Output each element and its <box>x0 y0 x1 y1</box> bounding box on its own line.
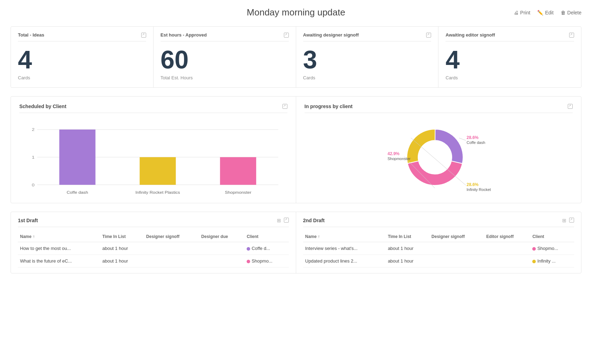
table-column-header: Name ↑ <box>18 231 100 242</box>
bar-chart-external-icon[interactable] <box>282 104 287 109</box>
table1-actions: ⊞ <box>277 218 289 223</box>
stats-row: Total - Ideas 4 Cards Est hours - Approv… <box>11 26 581 88</box>
row-name[interactable]: How to get the most ou... <box>18 242 100 255</box>
table-row: Updated product lines 2...about 1 hourIn… <box>303 255 574 267</box>
row-designer-signoff <box>429 255 484 267</box>
table-column-header: Name ↑ <box>303 231 386 242</box>
bar-chart-panel: Scheduled by Client 012Coffe dashInfinit… <box>11 97 296 203</box>
table2-grid-icon[interactable]: ⊞ <box>562 218 566 223</box>
print-button[interactable]: 🖨 Print <box>514 10 531 15</box>
edit-button[interactable]: ✏️ Edit <box>537 10 553 15</box>
stat-card-awaiting-editor: Awaiting editor signoff 4 Cards <box>438 27 581 87</box>
svg-text:Coffe dash: Coffe dash <box>467 140 485 145</box>
row-client: Shopmo... <box>530 242 574 255</box>
svg-text:42.9%: 42.9% <box>388 151 399 156</box>
stat-external-icon[interactable] <box>284 33 289 38</box>
stat-label: Total Est. Hours <box>161 75 289 80</box>
row-designer-signoff <box>144 242 199 255</box>
stat-title: Awaiting editor signoff <box>445 32 495 38</box>
table-column-header: Time In List <box>100 231 144 242</box>
svg-rect-6 <box>59 130 96 185</box>
row-designer-due-or-editor <box>199 242 245 255</box>
row-time: about 1 hour <box>386 242 429 255</box>
table2-panel: 2nd Draft ⊞ Name ↑Time In ListDesigner s… <box>296 212 581 273</box>
table1-grid-icon[interactable]: ⊞ <box>277 218 281 223</box>
row-name[interactable]: What is the future of eC... <box>18 255 100 267</box>
svg-line-15 <box>404 157 435 188</box>
row-designer-due-or-editor <box>199 255 245 267</box>
stat-card-awaiting-designer: Awaiting designer signoff 3 Cards <box>296 27 439 87</box>
page-title: Monday morning update <box>247 7 345 18</box>
table2-header: 2nd Draft ⊞ <box>303 218 574 227</box>
table-column-header: Designer signoff <box>429 231 484 242</box>
table1-title: 1st Draft <box>18 218 38 223</box>
row-time: about 1 hour <box>100 255 144 267</box>
row-designer-signoff <box>144 255 199 267</box>
stat-external-icon[interactable] <box>569 33 574 38</box>
header-actions: 🖨 Print ✏️ Edit 🗑 Delete <box>514 10 581 15</box>
donut-svg: 28.6% Coffe dash 42.9% Shopmonster 28.6%… <box>386 119 491 196</box>
svg-text:Infinity Rocket Plastics: Infinity Rocket Plastics <box>135 190 180 194</box>
stat-title: Awaiting designer signoff <box>303 32 359 38</box>
bar-chart-svg: 012Coffe dashInfinity Rocket PlasticsSho… <box>19 122 287 196</box>
row-client: Shopmo... <box>245 255 288 267</box>
svg-rect-10 <box>220 157 256 185</box>
table-row: Interview series - what's...about 1 hour… <box>303 242 574 255</box>
table1-data-table: Name ↑Time In ListDesigner signoffDesign… <box>18 231 289 267</box>
stat-label: Cards <box>445 75 574 80</box>
delete-button[interactable]: 🗑 Delete <box>561 10 581 15</box>
print-icon: 🖨 <box>514 10 519 15</box>
row-time: about 1 hour <box>100 242 144 255</box>
donut-chart-external-icon[interactable] <box>568 104 573 109</box>
stat-external-icon[interactable] <box>426 33 431 38</box>
table-column-header: Editor signoff <box>484 231 530 242</box>
svg-text:Infinity Rocket Plastics: Infinity Rocket Plastics <box>467 187 491 192</box>
svg-text:2: 2 <box>32 127 34 132</box>
bar-chart-container: 012Coffe dashInfinity Rocket PlasticsSho… <box>19 119 287 196</box>
bar-chart-title: Scheduled by Client <box>19 104 66 109</box>
stat-card-header: Est hours - Approved <box>161 32 289 41</box>
table1-panel: 1st Draft ⊞ Name ↑Time In ListDesigner s… <box>11 212 296 273</box>
stat-title: Total - Ideas <box>18 32 44 38</box>
table1-external-icon[interactable] <box>284 218 289 223</box>
stat-title: Est hours - Approved <box>161 32 207 38</box>
table2-data-table: Name ↑Time In ListDesigner signoffEditor… <box>303 231 574 267</box>
row-client: Coffe d... <box>245 242 288 255</box>
stat-value: 4 <box>445 47 574 72</box>
row-designer-due-or-editor <box>484 255 530 267</box>
tables-row: 1st Draft ⊞ Name ↑Time In ListDesigner s… <box>11 212 581 273</box>
donut-chart-container: 28.6% Coffe dash 42.9% Shopmonster 28.6%… <box>305 119 573 196</box>
stat-value: 3 <box>303 47 431 72</box>
row-time: about 1 hour <box>386 255 429 267</box>
delete-icon: 🗑 <box>561 10 566 15</box>
svg-line-12 <box>459 138 466 140</box>
svg-text:0: 0 <box>32 183 34 187</box>
donut-chart-header: In progress by client <box>305 104 573 113</box>
stat-card-header: Awaiting editor signoff <box>445 32 574 41</box>
stat-card-header: Total - Ideas <box>18 32 146 41</box>
row-name[interactable]: Interview series - what's... <box>303 242 386 255</box>
table2-external-icon[interactable] <box>569 218 574 223</box>
stat-label: Cards <box>18 75 146 80</box>
page-header: Monday morning update 🖨 Print ✏️ Edit 🗑 … <box>11 7 581 18</box>
bar-chart-header: Scheduled by Client <box>19 104 287 113</box>
row-name[interactable]: Updated product lines 2... <box>303 255 386 267</box>
svg-text:Shopmonster: Shopmonster <box>388 157 411 161</box>
svg-text:Coffe dash: Coffe dash <box>67 190 88 194</box>
table-column-header: Client <box>530 231 574 242</box>
table-column-header: Client <box>245 231 288 242</box>
svg-text:28.6%: 28.6% <box>467 182 479 187</box>
table-row: How to get the most ou...about 1 hourCof… <box>18 242 289 255</box>
stat-label: Cards <box>303 75 431 80</box>
row-designer-due-or-editor <box>484 242 530 255</box>
stat-value: 60 <box>161 47 289 72</box>
table-column-header: Time In List <box>386 231 429 242</box>
donut-chart-panel: In progress by client 28.6% Coffe dash 4… <box>296 97 581 203</box>
table-column-header: Designer due <box>199 231 245 242</box>
stat-external-icon[interactable] <box>141 33 146 38</box>
stat-card-total-ideas: Total - Ideas 4 Cards <box>11 27 154 87</box>
charts-row: Scheduled by Client 012Coffe dashInfinit… <box>11 96 581 203</box>
stat-card-est-hours-approved: Est hours - Approved 60 Total Est. Hours <box>154 27 296 87</box>
table-row: What is the future of eC...about 1 hourS… <box>18 255 289 267</box>
svg-rect-8 <box>139 157 176 185</box>
